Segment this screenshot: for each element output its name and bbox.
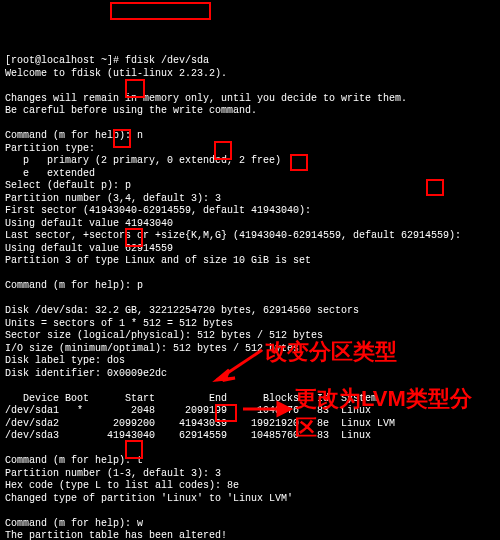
default-value: Using default value 41943040 bbox=[5, 218, 173, 229]
disk-info: Units = sectors of 1 * 512 = 512 bytes bbox=[5, 318, 233, 329]
info-line: Be careful before using the write comman… bbox=[5, 105, 257, 116]
pnum-prompt: Partition number (3,4, default 3): bbox=[5, 193, 215, 204]
user-input[interactable]: t bbox=[137, 455, 143, 466]
ptype-extended: e extended bbox=[5, 168, 95, 179]
disk-info: Sector size (logical/physical): 512 byte… bbox=[5, 330, 323, 341]
user-input[interactable]: n bbox=[137, 130, 143, 141]
last-sector-prompt: Last sector, +sectors or +size{K,M,G} (4… bbox=[5, 230, 467, 241]
fdisk-prompt: Command (m for help): bbox=[5, 280, 137, 291]
info-line: Changes will remain in memory only, unti… bbox=[5, 93, 407, 104]
disk-info: I/O size (minimum/optimal): 512 bytes / … bbox=[5, 343, 299, 354]
select-prompt: Select (default p): bbox=[5, 180, 125, 191]
first-sector-prompt: First sector (41943040-62914559, default… bbox=[5, 205, 317, 216]
default-value: Using default value 62914559 bbox=[5, 243, 173, 254]
table-row: /dev/sda3 41943040 62914559 10485760 83 … bbox=[5, 430, 371, 441]
partition-created: Partition 3 of type Linux and of size 10… bbox=[5, 255, 311, 266]
altered-line: The partition table has been altered! bbox=[5, 530, 227, 540]
user-input[interactable]: p bbox=[125, 180, 131, 191]
disk-info: Disk /dev/sda: 32.2 GB, 32212254720 byte… bbox=[5, 305, 359, 316]
highlight-fdisk-command bbox=[110, 2, 211, 20]
fdisk-prompt: Command (m for help): bbox=[5, 130, 137, 141]
highlight-last-sector-blank bbox=[426, 179, 444, 196]
fdisk-prompt: Command (m for help): bbox=[5, 455, 137, 466]
hex-prompt: Hex code (type L to list all codes): bbox=[5, 480, 227, 491]
disk-info: Disk label type: dos bbox=[5, 355, 125, 366]
highlight-first-sector-blank bbox=[290, 154, 308, 171]
ptype-header: Partition type: bbox=[5, 143, 95, 154]
user-input[interactable]: 8e bbox=[227, 480, 239, 491]
table-row: /dev/sda2 2099200 41943039 19921920 8e L… bbox=[5, 418, 395, 429]
user-input[interactable]: w bbox=[137, 518, 143, 529]
user-input[interactable]: 3 bbox=[215, 193, 221, 204]
changed-line: Changed type of partition 'Linux' to 'Li… bbox=[5, 493, 293, 504]
user-input[interactable]: p bbox=[137, 280, 143, 291]
fdisk-prompt: Command (m for help): bbox=[5, 518, 137, 529]
shell-command: # fdisk /dev/sda bbox=[113, 55, 209, 66]
prompt-prefix: [root@localhost ~] bbox=[5, 55, 113, 66]
ptype-primary: p primary (2 primary, 0 extended, 2 free… bbox=[5, 155, 281, 166]
svg-line-0 bbox=[217, 350, 262, 380]
welcome-line: Welcome to fdisk (util-linux 2.23.2). bbox=[5, 68, 227, 79]
table-row: /dev/sda1 * 2048 2099199 1048576 83 Linu… bbox=[5, 405, 371, 416]
table-header: Device Boot Start End Blocks Id System bbox=[5, 393, 377, 404]
hex-pnum: Partition number (1-3, default 3): 3 bbox=[5, 468, 221, 479]
svg-marker-1 bbox=[217, 370, 235, 380]
disk-info: Disk identifier: 0x0009e2dc bbox=[5, 368, 167, 379]
